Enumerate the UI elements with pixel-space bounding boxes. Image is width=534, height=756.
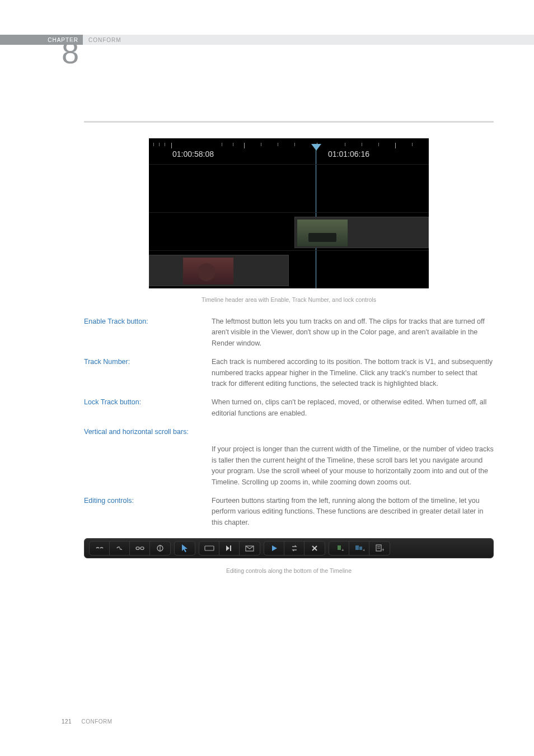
definition-term: Lock Track button: — [84, 397, 202, 419]
definition-desc: If your project is longer than the curre… — [212, 444, 494, 488]
link-button[interactable] — [110, 541, 130, 556]
figure1-caption: Timeline header area with Enable, Track … — [84, 296, 494, 303]
definition-row: Enable Track button: The leftmost button… — [84, 316, 494, 349]
add-track-button[interactable]: + — [369, 541, 390, 556]
horizontal-rule — [84, 121, 494, 123]
definition-desc: Fourteen buttons starting from the left,… — [212, 496, 494, 528]
page-content: 01:00:58:08 01:01:06:16 Timeline header … — [84, 121, 494, 574]
svg-marker-14 — [272, 545, 277, 551]
scroll-bars-label: Vertical and horizontal scroll bars: — [84, 427, 494, 437]
add-marker-button[interactable]: + — [329, 541, 349, 556]
svg-point-1 — [136, 547, 139, 550]
keyboard-button[interactable] — [199, 541, 219, 556]
svg-text:+: + — [341, 548, 344, 553]
page-number: 121 — [62, 718, 72, 725]
playhead-icon — [311, 144, 321, 152]
definition-row: Editing controls: Fourteen buttons start… — [84, 496, 494, 528]
definition-term: Editing controls: — [84, 496, 202, 528]
chapter-title: CONFORM — [88, 35, 121, 45]
skip-button[interactable] — [219, 541, 240, 556]
video-clip — [294, 217, 429, 248]
definition-term: Enable Track button: — [84, 316, 202, 349]
marker-group: + + + — [329, 541, 390, 556]
definition-desc: Each track is numbered according to its … — [212, 357, 494, 389]
svg-marker-0 — [311, 144, 321, 151]
play-button[interactable] — [264, 541, 284, 556]
svg-rect-17 — [338, 545, 341, 550]
svg-marker-5 — [182, 544, 188, 552]
svg-point-2 — [140, 547, 144, 550]
definition-term: Track Number: — [84, 357, 202, 389]
definitions-list: Enable Track button: The leftmost button… — [84, 316, 494, 528]
pointer-group — [174, 541, 195, 556]
chapter-number: 8 — [62, 37, 79, 68]
definition-term-empty — [84, 444, 202, 488]
svg-rect-19 — [355, 545, 359, 550]
editing-toolbar: + + + — [84, 538, 494, 558]
play-group — [264, 541, 325, 556]
timeline-screenshot: 01:00:58:08 01:01:06:16 — [149, 138, 429, 288]
timecode-right: 01:01:06:16 — [328, 150, 369, 158]
page-footer: 121 CONFORM — [62, 718, 113, 725]
page-header: CHAPTER CONFORM 8 — [0, 35, 534, 48]
edit-mode-group — [199, 541, 260, 556]
pointer-button[interactable] — [175, 541, 195, 556]
svg-text:+: + — [363, 548, 364, 553]
definition-row: If your project is longer than the curre… — [84, 444, 494, 488]
svg-rect-6 — [205, 546, 214, 550]
lower-clip — [149, 255, 289, 286]
swap-button[interactable] — [284, 541, 305, 556]
svg-rect-12 — [230, 545, 231, 551]
definition-desc: The leftmost button lets you turn tracks… — [212, 316, 494, 349]
svg-text:+: + — [382, 547, 384, 553]
timeline-ruler: 01:00:58:08 01:01:06:16 — [149, 143, 429, 163]
delete-button[interactable] — [305, 541, 325, 556]
definition-row: Track Number: Each track is numbered acc… — [84, 357, 494, 389]
svg-marker-11 — [226, 545, 229, 551]
svg-rect-20 — [359, 547, 362, 550]
definition-desc: When turned on, clips can't be replaced,… — [212, 397, 494, 419]
definition-row: Lock Track button: When turned on, clips… — [84, 397, 494, 419]
snap-button[interactable] — [150, 541, 170, 556]
toolbar-caption: Editing controls along the bottom of the… — [84, 567, 494, 574]
chain-button[interactable] — [130, 541, 150, 556]
unlink-button[interactable] — [90, 541, 110, 556]
timecode-left: 01:00:58:08 — [172, 150, 214, 158]
add-flag-button[interactable]: + — [349, 541, 369, 556]
footer-title: CONFORM — [81, 718, 112, 725]
envelope-button[interactable] — [240, 541, 260, 556]
link-group — [89, 541, 171, 556]
